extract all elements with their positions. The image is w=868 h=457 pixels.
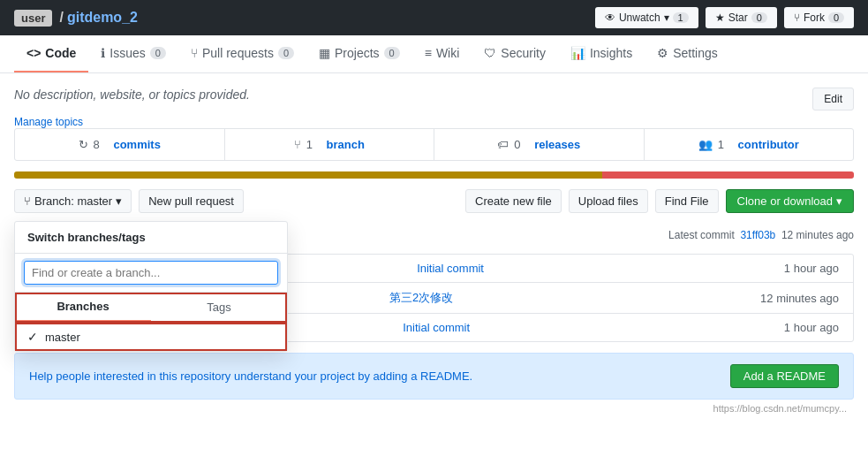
tab-code[interactable]: <> Code [14,35,88,72]
dropdown-tabs: Branches Tags [15,293,287,323]
repo-name[interactable]: gitdemo_2 [67,10,138,26]
tags-tab[interactable]: Tags [151,293,287,322]
branch-label: Branch: master [34,194,112,208]
code-icon: <> [26,46,41,60]
file-time-readme: 1 hour ago [784,262,839,275]
releases-link[interactable]: releases [534,138,580,151]
branch-icon: ⑂ [24,194,31,208]
dropdown-header: Switch branches/tags [15,222,287,254]
upload-files-button[interactable]: Upload files [569,189,648,213]
chevron-down-icon: ▾ [836,194,842,208]
manage-topics-link[interactable]: Manage topics [14,116,83,128]
readme-banner: Help people interested in this repositor… [14,353,854,400]
branch-dropdown-panel: Switch branches/tags Branches Tags ✓ mas… [14,221,288,352]
pr-icon: ⑂ [191,46,198,60]
fork-count: 0 [828,12,844,23]
tab-projects-label: Projects [335,46,380,60]
repo-separator: / [59,10,63,26]
commits-stat[interactable]: ↻ 8 commits [15,129,225,160]
chevron-down-icon: ▾ [116,194,122,208]
commit-hash[interactable]: 31ff03b [740,229,775,241]
star-button[interactable]: ★ Star 0 [706,7,777,28]
tab-insights[interactable]: 📊 Insights [558,35,645,72]
tab-security-label: Security [501,46,546,60]
wiki-icon: ≡ [425,46,432,60]
settings-icon: ⚙ [657,46,668,60]
star-label: Star [728,11,748,24]
fork-label: Fork [804,11,825,24]
star-icon: ★ [715,11,725,24]
action-left: ⑂ Branch: master ▾ New pull request Swit… [14,189,244,213]
find-file-button[interactable]: Find File [655,189,719,213]
check-icon: ✓ [27,330,38,344]
commit-msg-link[interactable]: Initial commit [403,321,470,334]
commit-msg-link[interactable]: Initial commit [417,262,484,275]
unwatch-button[interactable]: 👁 Unwatch ▾ 1 [595,7,698,28]
branches-tab[interactable]: Branches [15,293,151,322]
commit-msg-link[interactable]: 第三2次修改 [389,291,453,304]
commit-time: 12 minutes ago [781,229,854,241]
contributors-link[interactable]: contributor [738,138,799,151]
star-count: 0 [751,12,767,23]
branches-stat[interactable]: ⑂ 1 branch [225,129,435,160]
latest-commit-text: Latest commit 31ff03b 12 minutes ago [668,229,854,241]
add-readme-button[interactable]: Add a README [730,364,839,388]
releases-count: 0 [514,138,520,151]
contributors-icon: 👥 [698,138,713,151]
chevron-down-icon: ▾ [664,11,669,24]
clone-label: Clone or download [737,194,833,208]
tab-issues[interactable]: ℹ Issues 0 [88,35,178,72]
contributors-count: 1 [718,138,724,151]
projects-icon: ▦ [319,46,330,60]
branch-dropdown-button[interactable]: ⑂ Branch: master ▾ [14,189,132,213]
create-new-file-button[interactable]: Create new file [465,189,562,213]
branch-item-master[interactable]: ✓ master [15,323,287,351]
eye-icon: 👁 [605,11,615,24]
tab-pull-requests[interactable]: ⑂ Pull requests 0 [178,35,306,72]
main-content: No description, website, or topics provi… [0,73,868,417]
issues-badge: 0 [150,47,166,59]
tab-settings[interactable]: ⚙ Settings [645,35,730,72]
nav-tabs: <> Code ℹ Issues 0 ⑂ Pull requests 0 ▦ P… [0,35,868,73]
commits-icon: ↻ [79,138,88,151]
tab-wiki[interactable]: ≡ Wiki [412,35,472,72]
unwatch-count: 1 [673,12,689,23]
language-bar [14,171,854,179]
file-time-test: 12 minutes ago [760,292,839,305]
lang-segment-yellow [14,171,602,179]
commits-link[interactable]: commits [113,138,160,151]
repo-title: user / gitdemo_2 [14,10,138,27]
branches-count: 1 [306,138,313,151]
action-row: ⑂ Branch: master ▾ New pull request Swit… [14,189,854,213]
tab-settings-label: Settings [673,46,718,60]
edit-button[interactable]: Edit [812,88,854,110]
branch-list: ✓ master [15,323,287,351]
fork-icon: ⑂ [794,11,800,24]
branches-link[interactable]: branch [327,138,365,151]
branches-icon: ⑂ [294,138,301,151]
tab-insights-label: Insights [590,46,632,60]
branch-name: master [45,331,80,344]
fork-button[interactable]: ⑂ Fork 0 [784,7,854,28]
tab-issues-label: Issues [109,46,145,60]
file-time-test2: 1 hour ago [784,321,839,334]
branch-search-input[interactable] [24,261,278,285]
projects-badge: 0 [384,47,400,59]
tab-security[interactable]: 🛡 Security [472,35,558,72]
releases-stat[interactable]: 🏷 0 releases [434,129,645,160]
watermark: https://blog.csdn.net/mumcpy... [14,400,854,417]
lang-segment-red [602,171,854,179]
tab-projects[interactable]: ▦ Projects 0 [306,35,412,72]
security-icon: 🛡 [484,46,496,60]
header-actions: 👁 Unwatch ▾ 1 ★ Star 0 ⑂ Fork 0 [595,7,854,28]
clone-download-button[interactable]: Clone or download ▾ [726,189,854,213]
top-header: user / gitdemo_2 👁 Unwatch ▾ 1 ★ Star 0 … [0,0,868,35]
tab-code-label: Code [45,46,76,60]
tag-icon: 🏷 [497,138,509,151]
new-pull-request-button[interactable]: New pull request [139,189,244,213]
repo-owner[interactable]: user [14,10,52,27]
tab-pr-label: Pull requests [202,46,274,60]
issues-icon: ℹ [101,46,105,60]
commits-count: 8 [94,138,100,151]
contributors-stat[interactable]: 👥 1 contributor [645,129,854,160]
